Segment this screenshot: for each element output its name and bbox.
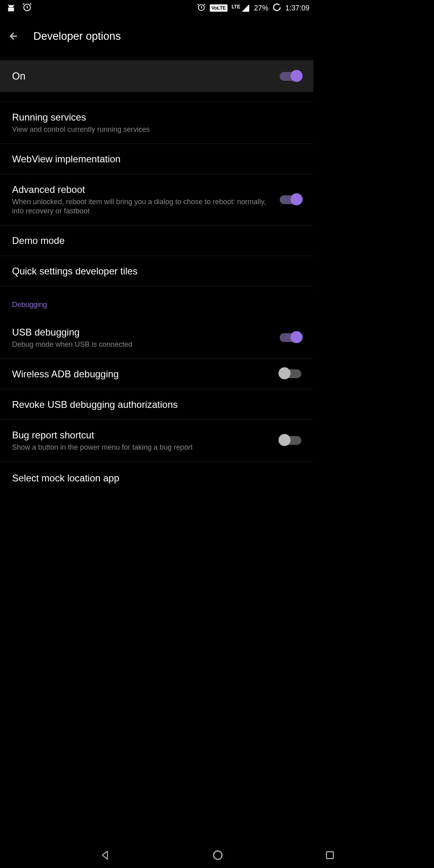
network-label: LTE: [231, 4, 240, 10]
wireless-adb-item[interactable]: Wireless ADB debugging: [0, 359, 313, 389]
item-title: Wireless ADB debugging: [12, 368, 280, 380]
item-title: Revoke USB debugging authorizations: [12, 398, 301, 411]
usb-debugging-toggle[interactable]: [280, 333, 301, 342]
item-title: Quick settings developer tiles: [12, 265, 301, 277]
item-subtitle: Debug mode when USB is connected: [12, 340, 280, 349]
item-title: Advanced reboot: [12, 183, 280, 196]
quick-settings-item[interactable]: Quick settings developer tiles: [0, 256, 313, 287]
svg-rect-3: [8, 10, 14, 11]
item-subtitle: Show a button in the power menu for taki…: [12, 443, 280, 452]
alarm-icon: [22, 2, 32, 14]
item-title: USB debugging: [12, 326, 280, 338]
item-title: Demo mode: [12, 234, 301, 247]
item-title: Running services: [12, 111, 301, 123]
bug-report-item[interactable]: Bug report shortcut Show a button in the…: [0, 420, 313, 462]
item-title: Select mock location app: [12, 472, 301, 484]
debugging-section-header: Debugging: [0, 287, 313, 317]
item-subtitle: When unlocked, reboot item will bring yo…: [12, 197, 280, 216]
mock-location-item[interactable]: Select mock location app: [0, 462, 313, 484]
item-subtitle: View and control currently running servi…: [12, 125, 301, 134]
alarm-icon: [197, 3, 206, 14]
webview-item[interactable]: WebView implementation: [0, 144, 313, 174]
svg-point-0: [10, 6, 10, 6]
bug-report-toggle[interactable]: [280, 436, 301, 445]
svg-point-1: [12, 6, 12, 6]
svg-rect-2: [8, 8, 14, 9]
master-toggle-label: On: [12, 70, 25, 82]
page-title: Developer options: [33, 30, 121, 43]
settings-list: Running services View and control curren…: [0, 92, 313, 484]
item-title: Bug report shortcut: [12, 429, 280, 441]
volte-badge: VoLTE: [210, 4, 227, 12]
master-toggle-row[interactable]: On: [0, 60, 313, 92]
wireless-adb-toggle[interactable]: [280, 369, 301, 378]
advanced-reboot-toggle[interactable]: [280, 195, 301, 204]
back-button[interactable]: [8, 31, 19, 42]
master-toggle-switch[interactable]: [280, 72, 301, 81]
advanced-reboot-item[interactable]: Advanced reboot When unlocked, reboot it…: [0, 174, 313, 225]
loading-spinner-icon: [272, 3, 281, 14]
app-bar: Developer options: [0, 16, 313, 56]
adb-icon: [6, 3, 16, 14]
svg-point-6: [274, 4, 280, 10]
status-bar: VoLTE LTE 27% 1:37:09: [0, 0, 313, 16]
usb-debugging-item[interactable]: USB debugging Debug mode when USB is con…: [0, 317, 313, 359]
running-services-item[interactable]: Running services View and control curren…: [0, 102, 313, 144]
signal-icon: [241, 4, 250, 12]
clock-time: 1:37:09: [285, 4, 309, 12]
demo-mode-item[interactable]: Demo mode: [0, 225, 313, 256]
battery-percentage: 27%: [254, 4, 268, 12]
item-title: WebView implementation: [12, 153, 301, 165]
revoke-usb-item[interactable]: Revoke USB debugging authorizations: [0, 389, 313, 420]
